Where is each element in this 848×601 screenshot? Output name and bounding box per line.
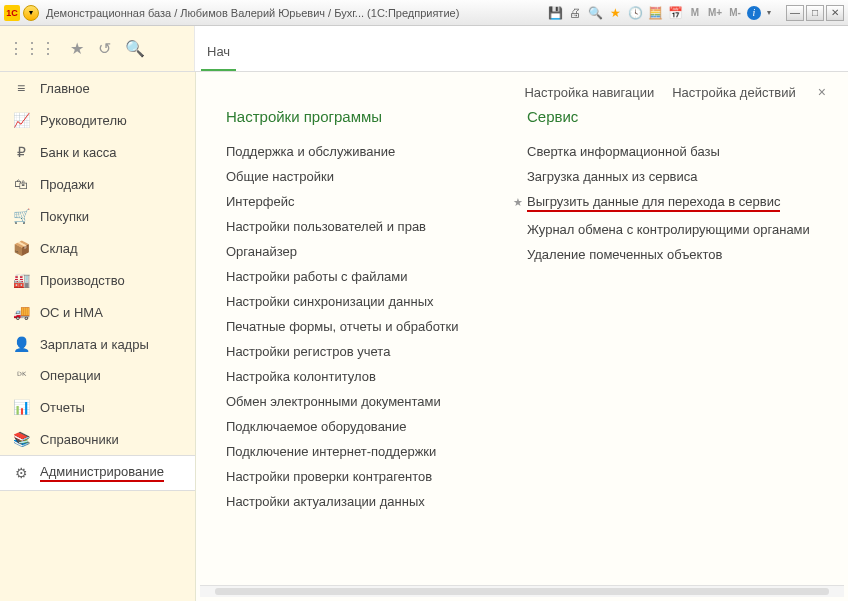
- content-columns: Настройки программы Поддержка и обслужив…: [196, 108, 848, 585]
- list-item[interactable]: Поддержка и обслуживание: [226, 139, 527, 164]
- sidebar-item-label: Операции: [40, 368, 101, 383]
- operations-icon: ᴰᴷ: [12, 370, 30, 381]
- list-item[interactable]: Удаление помеченных объектов: [527, 242, 828, 267]
- tab-start[interactable]: Нач: [201, 34, 236, 71]
- apps-icon[interactable]: ⋮⋮⋮: [8, 39, 56, 58]
- list-item[interactable]: Интерфейс: [226, 189, 527, 214]
- sidebar-item-operations[interactable]: ᴰᴷ Операции: [0, 360, 195, 391]
- list-item[interactable]: Настройки регистров учета: [226, 339, 527, 364]
- bag-icon: 🛍: [12, 176, 30, 192]
- list-item[interactable]: Подключение интернет-поддержки: [226, 439, 527, 464]
- list-item[interactable]: Подключаемое оборудование: [226, 414, 527, 439]
- print-icon[interactable]: 🖨: [567, 5, 583, 21]
- sidebar-item-label: Зарплата и кадры: [40, 337, 149, 352]
- search-icon[interactable]: 🔍: [125, 39, 145, 58]
- content-panel: Настройка навигации Настройка действий ×…: [195, 72, 848, 601]
- info-icon[interactable]: i: [747, 6, 761, 20]
- list-item[interactable]: Общие настройки: [226, 164, 527, 189]
- sidebar-item-sales[interactable]: 🛍 Продажи: [0, 168, 195, 200]
- nav-settings-link[interactable]: Настройка навигации: [524, 85, 654, 100]
- preview-icon[interactable]: 🔍: [587, 5, 603, 21]
- list-item[interactable]: Обмен электронными документами: [226, 389, 527, 414]
- sidebar-item-purchases[interactable]: 🛒 Покупки: [0, 200, 195, 232]
- menu-icon: ≡: [12, 80, 30, 96]
- reports-icon: 📊: [12, 399, 30, 415]
- favorite-icon[interactable]: ★: [607, 5, 623, 21]
- tab-area: Нач: [195, 26, 236, 71]
- list-item-highlighted[interactable]: ★ Выгрузить данные для перехода в сервис: [527, 189, 828, 217]
- ruble-icon: ₽: [12, 144, 30, 160]
- list-item[interactable]: Свертка информационной базы: [527, 139, 828, 164]
- truck-icon: 🚚: [12, 304, 30, 320]
- sidebar-item-label: Администрирование: [40, 464, 164, 482]
- list-item[interactable]: Настройки актуализации данных: [226, 489, 527, 514]
- sidebar-item-assets[interactable]: 🚚 ОС и НМА: [0, 296, 195, 328]
- list-item[interactable]: Журнал обмена с контролирующими органами: [527, 217, 828, 242]
- close-button[interactable]: ✕: [826, 5, 844, 21]
- books-icon: 📚: [12, 431, 30, 447]
- memory-m-icon[interactable]: M: [687, 5, 703, 21]
- sidebar-item-label: Продажи: [40, 177, 94, 192]
- sidebar-item-main[interactable]: ≡ Главное: [0, 72, 195, 104]
- sidebar-item-bank[interactable]: ₽ Банк и касса: [0, 136, 195, 168]
- sidebar-item-admin[interactable]: ⚙ Администрирование: [0, 455, 195, 491]
- list-item[interactable]: Настройки проверки контрагентов: [226, 464, 527, 489]
- list-item[interactable]: Настройки синхронизации данных: [226, 289, 527, 314]
- sidebar-item-catalogs[interactable]: 📚 Справочники: [0, 423, 195, 455]
- content-header: Настройка навигации Настройка действий ×: [196, 72, 848, 108]
- chart-icon: 📈: [12, 112, 30, 128]
- factory-icon: 🏭: [12, 272, 30, 288]
- memory-mplus-icon[interactable]: M+: [707, 5, 723, 21]
- action-settings-link[interactable]: Настройка действий: [672, 85, 796, 100]
- box-icon: 📦: [12, 240, 30, 256]
- list-item[interactable]: Печатные формы, отчеты и обработки: [226, 314, 527, 339]
- list-item[interactable]: Настройки пользователей и прав: [226, 214, 527, 239]
- sidebar-item-production[interactable]: 🏭 Производство: [0, 264, 195, 296]
- toolbar-icons: 💾 🖨 🔍 ★ 🕓 🧮 📅 M M+ M- i ▾: [547, 5, 777, 21]
- list-item-label: Выгрузить данные для перехода в сервис: [527, 194, 780, 209]
- sidebar-item-label: ОС и НМА: [40, 305, 103, 320]
- calculator-icon[interactable]: 🧮: [647, 5, 663, 21]
- app-icon: 1C: [4, 5, 20, 21]
- maximize-button[interactable]: □: [806, 5, 824, 21]
- top-bar: ⋮⋮⋮ ★ ↺ 🔍 Нач: [0, 26, 848, 72]
- info-dropdown-icon[interactable]: ▾: [761, 5, 777, 21]
- sidebar-item-label: Банк и касса: [40, 145, 117, 160]
- list-item[interactable]: Загрузка данных из сервиса: [527, 164, 828, 189]
- list-item[interactable]: Настройка колонтитулов: [226, 364, 527, 389]
- sidebar-item-manager[interactable]: 📈 Руководителю: [0, 104, 195, 136]
- topbar-left: ⋮⋮⋮ ★ ↺ 🔍: [0, 26, 195, 71]
- sidebar-item-label: Производство: [40, 273, 125, 288]
- history-icon[interactable]: 🕓: [627, 5, 643, 21]
- sidebar-item-label: Склад: [40, 241, 78, 256]
- service-list: Свертка информационной базы Загрузка дан…: [527, 139, 828, 267]
- history-nav-icon[interactable]: ↺: [98, 39, 111, 58]
- close-panel-button[interactable]: ×: [814, 84, 830, 100]
- memory-mminus-icon[interactable]: M-: [727, 5, 743, 21]
- scroll-thumb[interactable]: [215, 588, 829, 595]
- window-buttons: — □ ✕: [786, 5, 844, 21]
- cart-icon: 🛒: [12, 208, 30, 224]
- column-title: Сервис: [527, 108, 828, 125]
- sidebar-item-warehouse[interactable]: 📦 Склад: [0, 232, 195, 264]
- list-item[interactable]: Органайзер: [226, 239, 527, 264]
- sidebar-item-label: Справочники: [40, 432, 119, 447]
- program-settings-list: Поддержка и обслуживание Общие настройки…: [226, 139, 527, 514]
- calendar-icon[interactable]: 📅: [667, 5, 683, 21]
- person-icon: 👤: [12, 336, 30, 352]
- star-icon[interactable]: ★: [70, 39, 84, 58]
- title-bar: 1C ▾ Демонстрационная база / Любимов Вал…: [0, 0, 848, 26]
- gear-icon: ⚙: [12, 465, 30, 481]
- sidebar-item-reports[interactable]: 📊 Отчеты: [0, 391, 195, 423]
- app-menu-dropdown[interactable]: ▾: [23, 5, 39, 21]
- column-title: Настройки программы: [226, 108, 527, 125]
- horizontal-scrollbar[interactable]: [200, 585, 844, 597]
- minimize-button[interactable]: —: [786, 5, 804, 21]
- sidebar-item-salary[interactable]: 👤 Зарплата и кадры: [0, 328, 195, 360]
- list-item[interactable]: Настройки работы с файлами: [226, 264, 527, 289]
- save-icon[interactable]: 💾: [547, 5, 563, 21]
- star-marker-icon: ★: [513, 196, 523, 209]
- main-area: ≡ Главное 📈 Руководителю ₽ Банк и касса …: [0, 72, 848, 601]
- program-settings-column: Настройки программы Поддержка и обслужив…: [226, 108, 527, 575]
- sidebar: ≡ Главное 📈 Руководителю ₽ Банк и касса …: [0, 72, 195, 601]
